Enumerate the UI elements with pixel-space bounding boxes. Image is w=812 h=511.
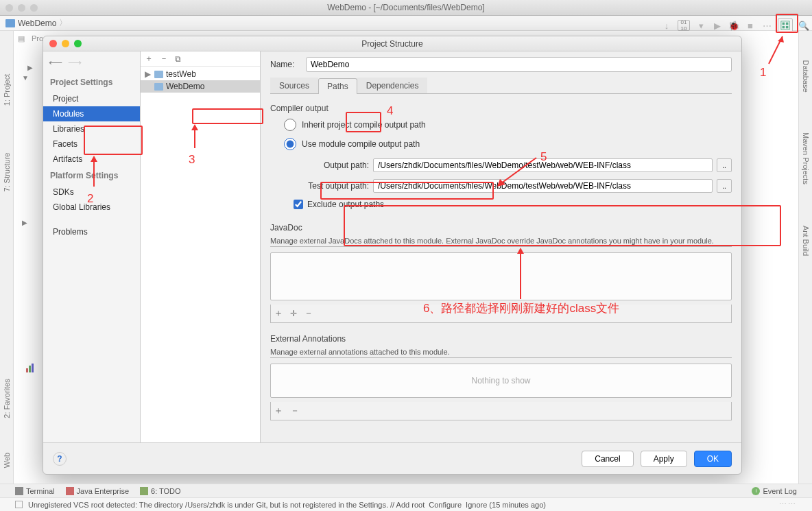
svg-rect-2	[786, 23, 789, 25]
javaee-tab[interactable]: Java Enterprise	[66, 487, 129, 495]
tool-maven[interactable]: Maven Projects	[802, 110, 810, 206]
javadoc-add-icon[interactable]: ＋	[274, 307, 283, 320]
window-titlebar: WebDemo - [~/Documents/files/WebDemo]	[0, 0, 812, 16]
more-icon[interactable]: ⋯	[761, 20, 772, 31]
javadoc-remove-icon[interactable]: －	[304, 307, 313, 320]
folder-icon	[154, 71, 163, 78]
tab-paths[interactable]: Paths	[318, 78, 357, 94]
module-name-input[interactable]	[306, 57, 732, 72]
dialog-traffic-lights[interactable]	[49, 40, 82, 47]
radio-module[interactable]	[284, 138, 296, 150]
tool-project[interactable]: 1: Project	[3, 42, 11, 138]
compiler-output-title: Compiler output	[270, 104, 732, 113]
radio-inherit[interactable]	[284, 119, 296, 131]
event-badge-icon: i	[752, 487, 760, 495]
chevron-right-icon: 〉	[59, 17, 67, 29]
extann-remove-icon[interactable]: －	[290, 405, 300, 417]
sidebar-item-global-libraries[interactable]: Global Libraries	[43, 200, 140, 215]
name-label: Name:	[270, 60, 300, 69]
project-settings-header: Project Settings	[43, 73, 140, 91]
module-list-pane: ＋ － ⧉ ▶ testWeb WebDemo	[141, 51, 261, 442]
test-output-input[interactable]	[373, 179, 713, 193]
exclude-checkbox[interactable]	[294, 200, 303, 209]
output-path-label: Output path:	[294, 161, 369, 170]
extann-add-icon[interactable]: ＋	[274, 405, 283, 417]
stop-icon[interactable]: ■	[745, 20, 756, 31]
ext-ann-addrem: ＋ －	[270, 402, 732, 420]
window-traffic-lights[interactable]	[5, 4, 38, 12]
window-title: WebDemo - [~/Documents/files/WebDemo]	[327, 3, 484, 12]
event-log-tab[interactable]: iEvent Log	[752, 487, 797, 495]
test-output-label: Test output path:	[294, 181, 369, 191]
project-icon[interactable]: ▤	[18, 34, 25, 43]
debug-icon[interactable]: 🐞	[728, 20, 739, 31]
status-meta: ⋯⋯	[779, 500, 797, 509]
sidebar-item-facets[interactable]: Facets	[43, 136, 140, 152]
svg-rect-1	[783, 23, 785, 25]
right-tool-strip: Database Maven Projects Ant Build	[798, 31, 812, 484]
todo-icon	[140, 487, 148, 495]
forward-icon[interactable]: ⟶	[68, 57, 82, 68]
project-structure-dialog: Project Structure ⟵⟶ Project Settings Pr…	[43, 36, 742, 475]
status-text: Unregistered VCS root detected: The dire…	[28, 501, 546, 509]
breadcrumb-project[interactable]: WebDemo	[18, 19, 56, 28]
tool-structure[interactable]: 7: Structure	[3, 124, 11, 220]
module-testweb[interactable]: ▶ testWeb	[141, 68, 260, 80]
browse-output-button[interactable]: ..	[717, 158, 732, 172]
dialog-title: Project Structure	[361, 39, 422, 49]
terminal-tab[interactable]: Terminal	[15, 487, 55, 495]
download-icon[interactable]: ↓	[661, 20, 672, 31]
exclude-label: Exclude output paths	[307, 200, 384, 209]
sidebar-item-libraries[interactable]: Libraries	[43, 121, 140, 136]
back-icon[interactable]: ⟵	[49, 57, 62, 68]
folder-icon	[154, 83, 163, 91]
add-module-icon[interactable]: ＋	[145, 53, 153, 64]
platform-settings-header: Platform Settings	[43, 167, 140, 185]
apply-button[interactable]: Apply	[641, 451, 687, 467]
browse-test-output-button[interactable]: ..	[717, 179, 732, 193]
remove-module-icon[interactable]: －	[160, 53, 168, 64]
ok-button[interactable]: OK	[694, 451, 732, 467]
javadoc-desc: Manage external JavaDocs attached to thi…	[270, 237, 732, 247]
tool-database[interactable]: Database	[802, 28, 810, 124]
tab-dependencies[interactable]: Dependencies	[357, 78, 428, 93]
copy-module-icon[interactable]: ⧉	[175, 54, 181, 64]
ext-ann-title: External Annotations	[270, 334, 732, 344]
sidebar-item-modules[interactable]: Modules	[43, 106, 140, 121]
bits-icon[interactable]: 0110	[678, 20, 690, 31]
project-label[interactable]: Pro	[32, 34, 43, 43]
javadoc-add2-icon[interactable]: ✛	[290, 309, 297, 318]
project-toolbar: ▤ Pro	[18, 34, 43, 43]
dialog-titlebar: Project Structure	[43, 36, 741, 51]
todo-tab[interactable]: 6: TODO	[140, 487, 181, 495]
module-tabs: Sources Paths Dependencies	[270, 78, 732, 94]
tab-sources[interactable]: Sources	[270, 78, 318, 93]
dropdown-icon[interactable]: ▾	[695, 20, 706, 31]
dialog-footer: ? Cancel Apply OK	[43, 442, 741, 474]
sidebar-item-sdks[interactable]: SDKs	[43, 185, 140, 200]
folder-icon	[5, 19, 15, 27]
dialog-sidebar: ⟵⟶ Project Settings Project Modules Libr…	[43, 51, 141, 442]
status-bar: Unregistered VCS root detected: The dire…	[0, 497, 812, 511]
javadoc-list[interactable]	[270, 252, 732, 300]
left-tool-strip: 1: Project 7: Structure 2: Favorites Web	[0, 31, 14, 484]
module-webdemo[interactable]: WebDemo	[141, 80, 260, 93]
run-icon[interactable]: ▶	[712, 20, 723, 31]
sidebar-item-problems[interactable]: Problems	[43, 224, 140, 239]
tree-expand-icon[interactable]: ▶	[145, 69, 152, 79]
sidebar-item-artifacts[interactable]: Artifacts	[43, 152, 140, 167]
tool-window-bar: Terminal Java Enterprise 6: TODO iEvent …	[0, 484, 812, 497]
tool-ant[interactable]: Ant Build	[802, 193, 810, 289]
cancel-button[interactable]: Cancel	[582, 451, 633, 467]
help-button[interactable]: ?	[53, 452, 67, 466]
svg-rect-3	[783, 26, 785, 29]
terminal-icon	[15, 487, 23, 495]
status-toggle-icon[interactable]	[15, 501, 23, 508]
radio-module-label: Use module compile output path	[302, 139, 420, 149]
sidebar-item-project[interactable]: Project	[43, 91, 140, 106]
svg-rect-4	[786, 26, 789, 29]
output-path-input[interactable]	[373, 158, 713, 172]
javadoc-title: JavaDoc	[270, 223, 732, 233]
ext-ann-list[interactable]: Nothing to show	[270, 364, 732, 398]
module-toolbar: ＋ － ⧉	[141, 51, 260, 67]
